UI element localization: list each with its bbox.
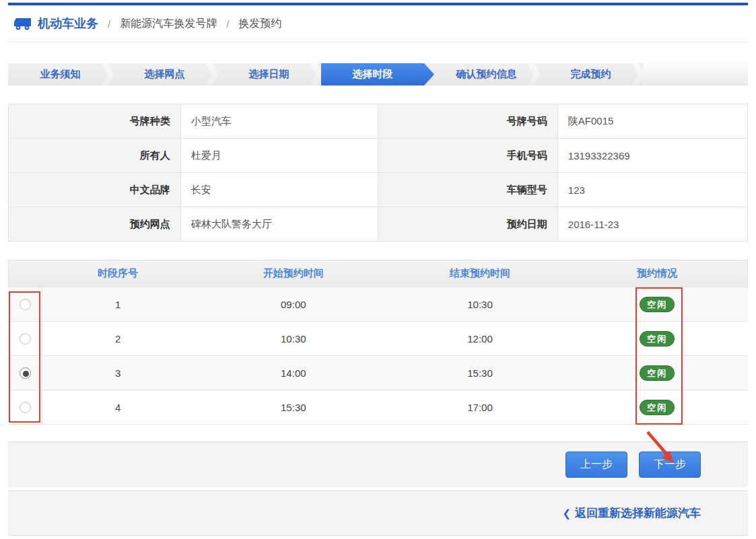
timeslot-start: 10:30: [194, 322, 393, 356]
timeslot-radio-2[interactable]: [20, 333, 31, 345]
vehicle-info-table: 号牌种类 小型汽车 号牌号码 陕AF0015 所有人 杜爱月 手机号码 1319…: [8, 104, 748, 242]
chevron-left-icon: ❮: [562, 507, 571, 519]
step-select-branch[interactable]: 选择网点: [112, 63, 217, 85]
step-label: 选择时段: [353, 68, 393, 81]
timeslot-end: 12:00: [393, 322, 567, 356]
timeslot-end: 10:30: [393, 287, 567, 322]
info-row: 中文品牌 长安 车辆型号 123: [9, 173, 748, 207]
brand-value: 长安: [180, 173, 378, 207]
timeslot-row-1: 1 09:00 10:30 空闲: [9, 287, 748, 322]
breadcrumb-item-current: 换发预约: [238, 17, 281, 31]
footer-bar: ❮返回重新选择新能源汽车: [8, 491, 748, 536]
phone-label: 手机号码: [378, 139, 557, 173]
timeslot-table: 时段序号 开始预约时间 结束预约时间 预约情况 1 09:00 10:30 空闲…: [8, 260, 748, 425]
phone-value: 13193322369: [557, 139, 747, 173]
timeslot-end: 15:30: [393, 356, 567, 390]
start-header: 开始预约时间: [194, 260, 393, 287]
timeslot-seq: 4: [42, 390, 194, 425]
step-label: 确认预约信息: [456, 68, 517, 81]
plate-number-value: 陕AF0015: [557, 104, 747, 139]
plate-type-value: 小型汽车: [180, 104, 378, 139]
actions-bar: 上一步 下一步: [8, 441, 748, 487]
next-step-button[interactable]: 下一步: [639, 452, 701, 478]
status-badge-free: 空闲: [640, 331, 675, 347]
status-badge-free: 空闲: [640, 297, 675, 312]
chevron-separator-icon: [310, 63, 322, 85]
timeslot-header-row: 时段序号 开始预约时间 结束预约时间 预约情况: [9, 260, 748, 287]
step-wizard: 业务须知 选择网点 选择日期 选择时段 确认预约信息 完成预约: [8, 63, 748, 85]
info-row: 预约网点 碑林大队警务大厅 预约日期 2016-11-23: [9, 207, 748, 242]
owner-value: 杜爱月: [180, 139, 378, 173]
radio-column-header: [9, 260, 42, 287]
plate-type-label: 号牌种类: [9, 104, 181, 139]
timeslot-radio-4[interactable]: [20, 402, 31, 413]
timeslot-row-3: 3 14:00 15:30 空闲: [9, 356, 748, 390]
status-header: 预约情况: [567, 260, 747, 287]
timeslot-start: 09:00: [194, 287, 393, 322]
model-label: 车辆型号: [378, 173, 557, 207]
timeslot-seq: 2: [42, 322, 194, 356]
step-select-date[interactable]: 选择日期: [217, 63, 321, 85]
timeslot-radio-3[interactable]: [20, 367, 31, 379]
timeslot-row-4: 4 15:30 17:00 空闲: [9, 390, 748, 425]
timeslot-seq: 1: [42, 287, 194, 322]
owner-label: 所有人: [9, 139, 181, 173]
step-business-notice[interactable]: 业务须知: [8, 63, 112, 85]
status-badge-free: 空闲: [640, 365, 675, 381]
step-select-timeslot[interactable]: 选择时段: [321, 63, 434, 85]
breadcrumb: 机动车业务 / 新能源汽车换发号牌 / 换发预约: [8, 5, 748, 42]
breadcrumb-section-title: 机动车业务: [38, 15, 98, 32]
date-value: 2016-11-23: [557, 207, 747, 242]
brand-label: 中文品牌: [9, 173, 181, 207]
chevron-separator-icon: [632, 63, 644, 85]
branch-label: 预约网点: [9, 207, 181, 242]
step-label: 完成预约: [571, 68, 611, 81]
step-confirm-info[interactable]: 确认预约信息: [434, 63, 539, 85]
previous-step-button[interactable]: 上一步: [565, 452, 627, 478]
timeslot-end: 17:00: [393, 390, 567, 425]
info-row: 所有人 杜爱月 手机号码 13193322369: [9, 139, 748, 173]
breadcrumb-separator: /: [226, 18, 229, 30]
step-label: 选择日期: [249, 68, 289, 81]
timeslot-start: 14:00: [194, 356, 393, 390]
plate-number-label: 号牌号码: [378, 104, 557, 139]
status-badge-free: 空闲: [640, 400, 675, 415]
timeslot-seq: 3: [42, 356, 194, 390]
end-header: 结束预约时间: [393, 260, 567, 287]
seq-header: 时段序号: [42, 260, 194, 287]
step-bar-filler: [643, 63, 748, 85]
reservation-page: 机动车业务 / 新能源汽车换发号牌 / 换发预约 业务须知 选择网点 选择日期 …: [0, 3, 756, 539]
timeslot-start: 15:30: [194, 390, 393, 425]
model-value: 123: [557, 173, 747, 207]
back-link-label: 返回重新选择新能源汽车: [575, 507, 701, 519]
timeslot-row-2: 2 10:30 12:00 空闲: [9, 322, 748, 356]
back-to-vehicle-select-link[interactable]: ❮返回重新选择新能源汽车: [562, 505, 701, 521]
branch-value: 碑林大队警务大厅: [180, 207, 378, 242]
truck-icon: [13, 17, 32, 30]
breadcrumb-separator: /: [108, 18, 110, 30]
date-label: 预约日期: [378, 207, 557, 242]
timeslot-radio-1[interactable]: [20, 299, 31, 310]
step-label: 业务须知: [40, 68, 81, 81]
info-row: 号牌种类 小型汽车 号牌号码 陕AF0015: [9, 104, 748, 139]
step-label: 选择网点: [145, 68, 185, 81]
breadcrumb-item-service[interactable]: 新能源汽车换发号牌: [120, 17, 217, 31]
step-finish[interactable]: 完成预约: [539, 63, 643, 85]
